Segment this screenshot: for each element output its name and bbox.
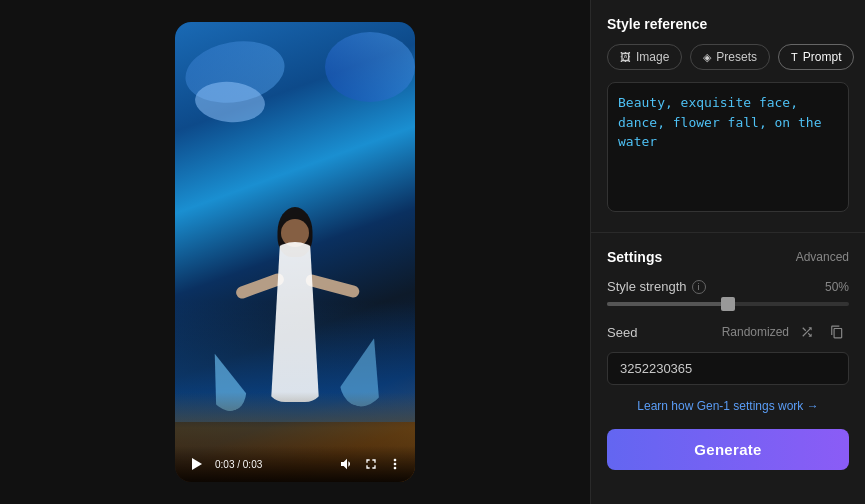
tab-prompt[interactable]: T Prompt	[778, 44, 854, 70]
randomized-text: Randomized	[722, 325, 789, 339]
prompt-textarea[interactable]: Beauty, exquisite face, dance, flower fa…	[607, 82, 849, 212]
fullscreen-icon	[363, 456, 379, 472]
prompt-tab-label: Prompt	[803, 50, 842, 64]
style-strength-label: Style strength i	[607, 279, 706, 294]
fullscreen-button[interactable]	[363, 456, 379, 472]
woman-body	[265, 242, 325, 402]
learn-link[interactable]: Learn how Gen-1 settings work →	[607, 399, 849, 413]
volume-button[interactable]	[339, 456, 355, 472]
right-panel: Style reference 🖼 Image ◈ Presets T Prom…	[590, 0, 865, 504]
style-reference-section: Style reference 🖼 Image ◈ Presets T Prom…	[591, 0, 865, 233]
seed-value-input[interactable]	[607, 352, 849, 385]
randomize-seed-button[interactable]	[795, 320, 819, 344]
tab-presets[interactable]: ◈ Presets	[690, 44, 770, 70]
volume-icon	[339, 456, 355, 472]
seed-label-row: Seed Randomized	[607, 320, 849, 344]
tab-image[interactable]: 🖼 Image	[607, 44, 682, 70]
slider-thumb	[721, 297, 735, 311]
style-strength-row: Style strength i 50%	[607, 279, 849, 306]
woman-figure	[255, 202, 335, 402]
seed-label: Seed	[607, 325, 637, 340]
style-reference-tabs: 🖼 Image ◈ Presets T Prompt	[607, 44, 849, 70]
style-reference-title: Style reference	[607, 16, 849, 32]
settings-title: Settings	[607, 249, 662, 265]
style-strength-label-row: Style strength i 50%	[607, 279, 849, 294]
generate-button[interactable]: Generate	[607, 429, 849, 470]
play-icon	[192, 458, 202, 470]
shuffle-icon	[800, 325, 814, 339]
video-controls: 0:03 / 0:03	[175, 446, 415, 482]
image-tab-icon: 🖼	[620, 51, 631, 63]
image-tab-label: Image	[636, 50, 669, 64]
play-button[interactable]	[187, 454, 207, 474]
style-strength-value: 50%	[825, 280, 849, 294]
presets-tab-icon: ◈	[703, 51, 711, 64]
settings-section: Settings Advanced Style strength i 50% S…	[591, 233, 865, 504]
style-strength-slider[interactable]	[607, 302, 849, 306]
left-panel: 0:03 / 0:03	[0, 0, 590, 504]
seed-controls: Randomized	[722, 320, 849, 344]
more-icon	[387, 456, 403, 472]
prompt-tab-icon: T	[791, 51, 798, 63]
copy-seed-button[interactable]	[825, 320, 849, 344]
video-container: 0:03 / 0:03	[175, 22, 415, 482]
slider-fill	[607, 302, 728, 306]
more-options-button[interactable]	[387, 456, 403, 472]
settings-header: Settings Advanced	[607, 249, 849, 265]
copy-icon	[830, 325, 844, 339]
advanced-link[interactable]: Advanced	[796, 250, 849, 264]
time-display: 0:03 / 0:03	[215, 459, 262, 470]
style-strength-info-icon[interactable]: i	[692, 280, 706, 294]
sky-swirl-2	[325, 32, 415, 102]
seed-row: Seed Randomized	[607, 320, 849, 385]
presets-tab-label: Presets	[716, 50, 757, 64]
video-image	[175, 22, 415, 482]
